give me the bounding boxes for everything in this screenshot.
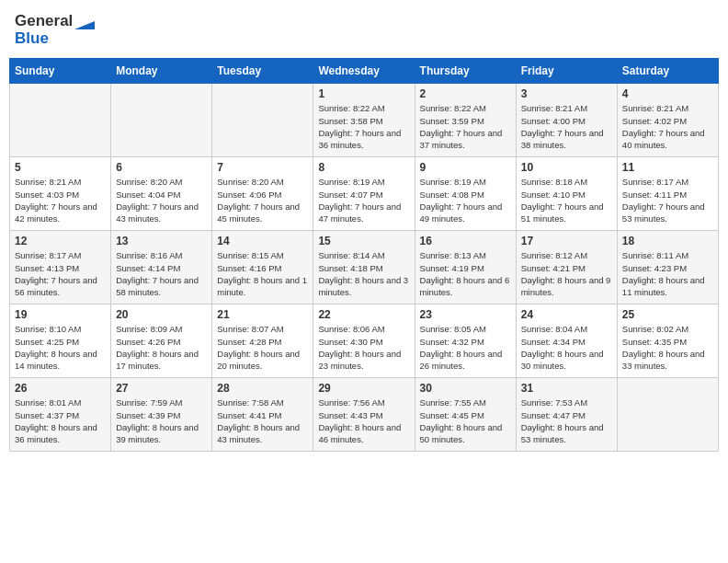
day-info: Sunrise: 7:58 AM Sunset: 4:41 PM Dayligh…: [217, 396, 308, 445]
day-number: 3: [521, 87, 612, 100]
col-header-friday: Friday: [516, 59, 617, 84]
calendar-cell: 31Sunrise: 7:53 AM Sunset: 4:47 PM Dayli…: [516, 378, 617, 452]
calendar-table: SundayMondayTuesdayWednesdayThursdayFrid…: [9, 58, 719, 452]
calendar-cell: 7Sunrise: 8:20 AM Sunset: 4:06 PM Daylig…: [212, 157, 313, 231]
calendar-cell: 13Sunrise: 8:16 AM Sunset: 4:14 PM Dayli…: [111, 231, 212, 304]
day-number: 21: [217, 308, 308, 321]
calendar-cell: 29Sunrise: 7:56 AM Sunset: 4:43 PM Dayli…: [313, 378, 415, 452]
calendar-cell: 27Sunrise: 7:59 AM Sunset: 4:39 PM Dayli…: [111, 378, 212, 452]
day-number: 23: [420, 308, 511, 321]
day-number: 1: [318, 87, 409, 100]
calendar-cell: 11Sunrise: 8:17 AM Sunset: 4:11 PM Dayli…: [617, 157, 718, 231]
day-info: Sunrise: 8:17 AM Sunset: 4:11 PM Dayligh…: [622, 176, 713, 224]
calendar-cell: 30Sunrise: 7:55 AM Sunset: 4:45 PM Dayli…: [415, 378, 516, 452]
calendar-cell: 12Sunrise: 8:17 AM Sunset: 4:13 PM Dayli…: [10, 231, 111, 304]
day-info: Sunrise: 8:17 AM Sunset: 4:13 PM Dayligh…: [15, 249, 106, 298]
col-header-tuesday: Tuesday: [212, 59, 313, 84]
day-info: Sunrise: 8:14 AM Sunset: 4:18 PM Dayligh…: [318, 249, 409, 298]
calendar-cell: 17Sunrise: 8:12 AM Sunset: 4:21 PM Dayli…: [516, 231, 617, 304]
day-info: Sunrise: 7:55 AM Sunset: 4:45 PM Dayligh…: [420, 396, 511, 445]
day-info: Sunrise: 8:20 AM Sunset: 4:04 PM Dayligh…: [116, 176, 207, 224]
day-number: 24: [521, 308, 612, 321]
calendar-cell: 21Sunrise: 8:07 AM Sunset: 4:28 PM Dayli…: [212, 304, 313, 378]
calendar-cell: 3Sunrise: 8:21 AM Sunset: 4:00 PM Daylig…: [516, 84, 617, 157]
logo-general: General: [15, 13, 73, 30]
col-header-saturday: Saturday: [617, 59, 718, 84]
col-header-sunday: Sunday: [10, 59, 111, 84]
day-number: 13: [116, 235, 207, 247]
day-number: 12: [15, 235, 106, 247]
calendar-cell: 19Sunrise: 8:10 AM Sunset: 4:25 PM Dayli…: [10, 304, 111, 378]
day-info: Sunrise: 8:20 AM Sunset: 4:06 PM Dayligh…: [217, 176, 308, 224]
day-info: Sunrise: 8:01 AM Sunset: 4:37 PM Dayligh…: [15, 396, 106, 445]
day-number: 25: [622, 308, 713, 321]
day-info: Sunrise: 8:21 AM Sunset: 4:02 PM Dayligh…: [622, 102, 713, 151]
day-info: Sunrise: 8:04 AM Sunset: 4:34 PM Dayligh…: [521, 323, 612, 372]
calendar-cell: [111, 84, 212, 157]
day-info: Sunrise: 7:59 AM Sunset: 4:39 PM Dayligh…: [116, 396, 207, 445]
day-number: 20: [116, 308, 207, 321]
calendar-cell: 2Sunrise: 8:22 AM Sunset: 3:59 PM Daylig…: [415, 84, 516, 157]
svg-marker-0: [74, 21, 95, 29]
calendar-cell: 5Sunrise: 8:21 AM Sunset: 4:03 PM Daylig…: [10, 157, 111, 231]
calendar-cell: 26Sunrise: 8:01 AM Sunset: 4:37 PM Dayli…: [10, 378, 111, 452]
day-info: Sunrise: 8:15 AM Sunset: 4:16 PM Dayligh…: [217, 249, 308, 298]
logo-blue: Blue: [15, 30, 95, 48]
day-number: 22: [318, 308, 409, 321]
day-number: 11: [622, 161, 713, 174]
calendar-cell: 28Sunrise: 7:58 AM Sunset: 4:41 PM Dayli…: [212, 378, 313, 452]
calendar-cell: 20Sunrise: 8:09 AM Sunset: 4:26 PM Dayli…: [111, 304, 212, 378]
day-info: Sunrise: 7:53 AM Sunset: 4:47 PM Dayligh…: [521, 396, 612, 445]
day-number: 30: [420, 382, 511, 395]
calendar-cell: 4Sunrise: 8:21 AM Sunset: 4:02 PM Daylig…: [617, 84, 718, 157]
day-number: 6: [116, 161, 207, 174]
day-info: Sunrise: 8:21 AM Sunset: 4:00 PM Dayligh…: [521, 102, 612, 151]
day-number: 18: [622, 235, 713, 247]
day-info: Sunrise: 8:11 AM Sunset: 4:23 PM Dayligh…: [622, 249, 713, 298]
day-number: 8: [318, 161, 409, 174]
calendar-cell: 8Sunrise: 8:19 AM Sunset: 4:07 PM Daylig…: [313, 157, 415, 231]
page-header: General Blue: [9, 9, 719, 51]
day-info: Sunrise: 8:19 AM Sunset: 4:08 PM Dayligh…: [420, 176, 511, 224]
calendar-cell: 23Sunrise: 8:05 AM Sunset: 4:32 PM Dayli…: [415, 304, 516, 378]
day-info: Sunrise: 8:18 AM Sunset: 4:10 PM Dayligh…: [521, 176, 612, 224]
day-number: 10: [521, 161, 612, 174]
day-number: 28: [217, 382, 308, 395]
day-info: Sunrise: 7:56 AM Sunset: 4:43 PM Dayligh…: [318, 396, 409, 445]
calendar-cell: [10, 84, 111, 157]
day-info: Sunrise: 8:19 AM Sunset: 4:07 PM Dayligh…: [318, 176, 409, 224]
calendar-cell: [617, 378, 718, 452]
day-number: 5: [15, 161, 106, 174]
day-info: Sunrise: 8:09 AM Sunset: 4:26 PM Dayligh…: [116, 323, 207, 372]
day-info: Sunrise: 8:06 AM Sunset: 4:30 PM Dayligh…: [318, 323, 409, 372]
calendar-cell: 25Sunrise: 8:02 AM Sunset: 4:35 PM Dayli…: [617, 304, 718, 378]
col-header-wednesday: Wednesday: [313, 59, 415, 84]
day-info: Sunrise: 8:22 AM Sunset: 3:58 PM Dayligh…: [318, 102, 409, 151]
calendar-cell: 9Sunrise: 8:19 AM Sunset: 4:08 PM Daylig…: [415, 157, 516, 231]
day-number: 4: [622, 87, 713, 100]
day-info: Sunrise: 8:22 AM Sunset: 3:59 PM Dayligh…: [420, 102, 511, 151]
day-number: 26: [15, 382, 106, 395]
calendar-cell: 10Sunrise: 8:18 AM Sunset: 4:10 PM Dayli…: [516, 157, 617, 231]
calendar-cell: 6Sunrise: 8:20 AM Sunset: 4:04 PM Daylig…: [111, 157, 212, 231]
day-info: Sunrise: 8:07 AM Sunset: 4:28 PM Dayligh…: [217, 323, 308, 372]
day-info: Sunrise: 8:05 AM Sunset: 4:32 PM Dayligh…: [420, 323, 511, 372]
col-header-thursday: Thursday: [415, 59, 516, 84]
calendar-cell: 18Sunrise: 8:11 AM Sunset: 4:23 PM Dayli…: [617, 231, 718, 304]
calendar-cell: 14Sunrise: 8:15 AM Sunset: 4:16 PM Dayli…: [212, 231, 313, 304]
logo: General Blue: [15, 13, 95, 47]
calendar-cell: 15Sunrise: 8:14 AM Sunset: 4:18 PM Dayli…: [313, 231, 415, 304]
day-number: 14: [217, 235, 308, 247]
day-number: 9: [420, 161, 511, 174]
calendar-cell: [212, 84, 313, 157]
day-number: 17: [521, 235, 612, 247]
day-number: 7: [217, 161, 308, 174]
col-header-monday: Monday: [111, 59, 212, 84]
day-number: 27: [116, 382, 207, 395]
day-info: Sunrise: 8:02 AM Sunset: 4:35 PM Dayligh…: [622, 323, 713, 372]
day-number: 16: [420, 235, 511, 247]
calendar-cell: 22Sunrise: 8:06 AM Sunset: 4:30 PM Dayli…: [313, 304, 415, 378]
day-info: Sunrise: 8:12 AM Sunset: 4:21 PM Dayligh…: [521, 249, 612, 298]
calendar-cell: 1Sunrise: 8:22 AM Sunset: 3:58 PM Daylig…: [313, 84, 415, 157]
day-info: Sunrise: 8:13 AM Sunset: 4:19 PM Dayligh…: [420, 249, 511, 298]
